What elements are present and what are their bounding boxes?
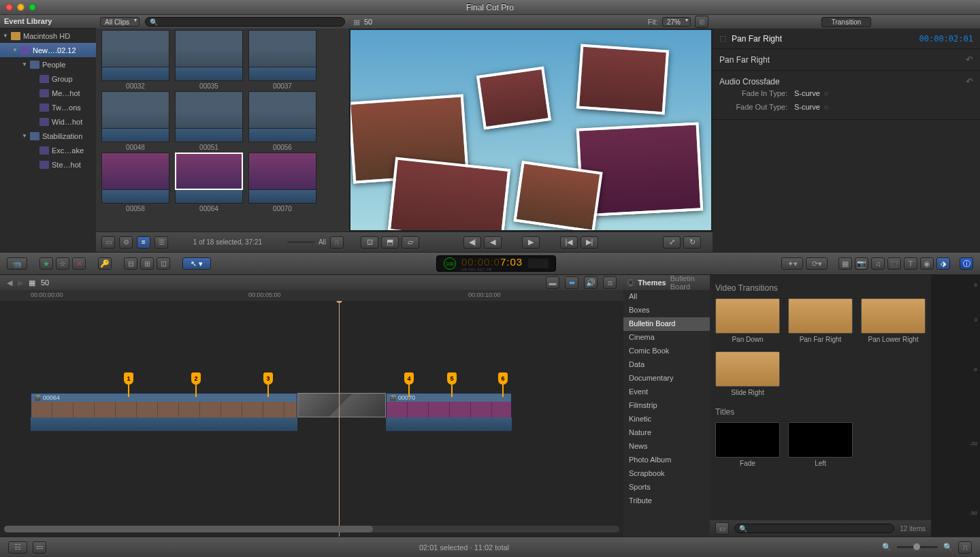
fx-category[interactable]: Comic Book [623, 345, 710, 358]
prev-frame[interactable]: |◀ [560, 236, 578, 249]
marker-3[interactable]: 3 [263, 372, 273, 385]
timeline-clip-2[interactable]: 00070 [386, 393, 512, 417]
clip-thumbnail[interactable]: 00051 [175, 91, 243, 151]
clip-appearance[interactable]: ▭ [33, 541, 46, 554]
param-value[interactable]: S-curve [794, 89, 828, 97]
tree-item[interactable]: Wid…hot [0, 114, 96, 129]
view-mode-2[interactable]: ☰ [154, 236, 168, 249]
keyword-button[interactable]: 🔑 [98, 257, 112, 270]
fx-view-toggle[interactable]: ▭ [715, 522, 729, 535]
clip-thumbnail[interactable]: 00035 [175, 30, 243, 90]
import-button[interactable]: 📹 [7, 257, 27, 270]
tree-item[interactable]: Me…hot [0, 86, 96, 100]
zoom-in-icon[interactable]: 🔍 [943, 543, 953, 552]
clip-thumbnail[interactable]: 00058 [101, 153, 169, 212]
browser-search[interactable]: 🔍 [145, 17, 345, 27]
fx-category[interactable]: Boxes [623, 304, 710, 317]
timeline-scrollbar[interactable] [4, 526, 619, 532]
play-button[interactable]: ▶ [522, 236, 540, 249]
tree-item[interactable]: Group [0, 71, 96, 86]
toggle-audio-wave[interactable]: ⎍ [330, 236, 344, 249]
fx-thumbnail[interactable]: Pan Lower Right [861, 298, 926, 343]
fx-thumbnail[interactable]: Slide Right [715, 351, 780, 396]
themes-button[interactable]: ⬗ [936, 257, 950, 270]
prev-edit[interactable]: ◀| [463, 236, 481, 249]
select-tool[interactable]: ↖ ▾ [182, 257, 211, 270]
tree-item[interactable]: People [0, 57, 96, 71]
clip-height[interactable]: ⎍ [958, 541, 972, 554]
clip-thumbnail[interactable]: 00037 [248, 30, 316, 90]
fx-close-icon[interactable]: ✕ [627, 278, 634, 287]
marker-4[interactable]: 4 [404, 372, 414, 385]
fx-search[interactable]: 🔍 [734, 524, 894, 533]
tree-item[interactable]: Exc…ake [0, 143, 96, 157]
fx-category[interactable]: Filmstrip [623, 399, 710, 413]
fx-category[interactable]: Sports [623, 481, 710, 494]
viewer-settings[interactable]: ⎚ [695, 16, 708, 28]
inspector-tab-transition[interactable]: Transition [821, 17, 872, 27]
snap-toggle[interactable]: ▬ [546, 276, 559, 289]
fx-thumbnail[interactable]: Left [788, 422, 853, 467]
zoom-dropdown[interactable]: 27% [662, 17, 691, 27]
unfavorite-button[interactable]: ☆ [56, 257, 69, 270]
connect-clip[interactable]: ⊟ [124, 257, 137, 270]
titles-button[interactable]: T [904, 257, 917, 270]
fx-category[interactable]: Documentary [623, 372, 710, 385]
playhead[interactable] [339, 301, 340, 537]
loop-button[interactable]: ↻ [683, 236, 701, 249]
inspector-toggle[interactable]: ⓘ [960, 257, 973, 270]
timeline-ruler[interactable]: 00:00:00:00 00:00:05:00 00:00:10:00 [0, 290, 623, 301]
marker-6[interactable]: 6 [498, 372, 508, 385]
marker-5[interactable]: 5 [447, 372, 457, 385]
fx-thumbnail[interactable]: Pan Far Right [788, 298, 853, 343]
inspector-timecode[interactable]: 00:00:02:01 [919, 34, 973, 44]
tree-item[interactable]: Tw…ons [0, 100, 96, 114]
minimize-button[interactable] [17, 3, 24, 11]
fx-category[interactable]: Data [623, 358, 710, 372]
generators-button[interactable]: ◉ [920, 257, 934, 270]
clip-thumbnail[interactable]: 00064 [175, 153, 243, 212]
timecode-display[interactable]: 100 00:00:07:03 HR MIN SEC FR [436, 255, 556, 272]
skimming-toggle[interactable]: ⬌ [565, 276, 578, 289]
fx-category[interactable]: Scrapbook [623, 467, 710, 481]
clip-thumbnail[interactable]: 00032 [101, 30, 169, 90]
clip-thumbnail[interactable]: 00056 [248, 91, 316, 151]
play-reverse[interactable]: ◀ [484, 236, 502, 249]
event-library-tree[interactable]: Macintosh HDNew….02.12PeopleGroupMe…hotT… [0, 29, 96, 252]
reset-icon[interactable]: ↶ [966, 76, 973, 86]
tree-item[interactable]: New….02.12 [0, 43, 96, 57]
filmstrip-toggle[interactable]: ▭ [101, 236, 115, 249]
crop-tool[interactable]: ⬒ [381, 236, 399, 249]
timeline-index-button[interactable]: ☷ [8, 541, 27, 554]
filter-dropdown[interactable]: All Clips [100, 17, 140, 27]
marker-1[interactable]: 1 [124, 372, 133, 385]
retime-menu[interactable]: ⟳▾ [806, 257, 828, 270]
fx-category[interactable]: Photo Album [623, 453, 710, 467]
favorite-button[interactable]: ★ [39, 257, 53, 270]
fx-thumbnail[interactable]: Pan Down [715, 298, 780, 343]
timeline-fwd[interactable]: ▶ [18, 278, 23, 287]
clip-thumbnails[interactable]: 0003200035000370004800051000560005800064… [96, 29, 349, 232]
zoom-out-icon[interactable]: 🔍 [882, 543, 892, 552]
solo-toggle[interactable]: ⧈ [603, 276, 617, 289]
photos-button[interactable]: 📷 [855, 257, 868, 270]
clip-thumbnail[interactable]: 00048 [101, 91, 169, 151]
view-mode-1[interactable]: ≡ [137, 236, 150, 249]
fx-category[interactable]: All [623, 290, 710, 304]
timeline[interactable]: ◀ ▶ ▦ 50 ▬ ⬌ 🔊 ⧈ 00:00:00:00 00:00:05:00… [0, 275, 623, 537]
fx-category[interactable]: Kinetic [623, 413, 710, 426]
close-button[interactable] [5, 3, 13, 11]
timeline-back[interactable]: ◀ [7, 278, 12, 287]
fullscreen-button[interactable]: ⤢ [663, 236, 681, 249]
insert-clip[interactable]: ⊞ [140, 257, 154, 270]
fx-category[interactable]: Bulletin Board [623, 317, 710, 331]
append-clip[interactable]: ⊡ [157, 257, 170, 270]
timeline-clip-1[interactable]: 00064 [31, 393, 297, 417]
fx-thumbnail[interactable]: Fade [715, 422, 780, 467]
next-frame[interactable]: ▶| [581, 236, 598, 249]
fx-category[interactable]: Cinema [623, 331, 710, 345]
zoom-slider[interactable] [897, 546, 938, 548]
reset-icon[interactable]: ↶ [966, 54, 973, 65]
audio-skim[interactable]: 🔊 [584, 276, 598, 289]
transitions-button[interactable]: ⬚ [887, 257, 901, 270]
